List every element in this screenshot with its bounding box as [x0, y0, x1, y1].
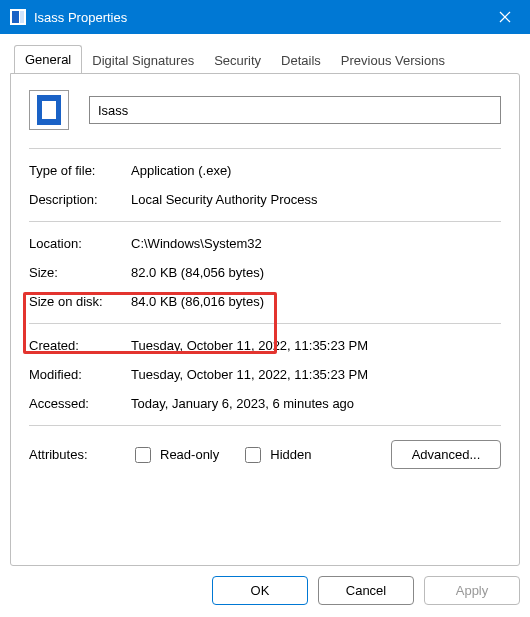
tab-strip: General Digital Signatures Security Deta…: [14, 44, 520, 73]
attributes-label: Attributes:: [29, 447, 131, 462]
modified-label: Modified:: [29, 367, 131, 382]
type-of-file-value: Application (.exe): [131, 163, 501, 178]
ok-button[interactable]: OK: [212, 576, 308, 605]
separator: [29, 148, 501, 149]
dialog-body: General Digital Signatures Security Deta…: [0, 34, 530, 617]
svg-rect-2: [20, 11, 24, 23]
tab-panel-general: Type of file: Application (.exe) Descrip…: [10, 73, 520, 566]
location-value: C:\Windows\System32: [131, 236, 501, 251]
separator: [29, 221, 501, 222]
filename-input[interactable]: [89, 96, 501, 124]
size-value: 82.0 KB (84,056 bytes): [131, 265, 501, 280]
tab-security[interactable]: Security: [204, 47, 271, 74]
tab-digital-signatures[interactable]: Digital Signatures: [82, 47, 204, 74]
modified-value: Tuesday, October 11, 2022, 11:35:23 PM: [131, 367, 501, 382]
apply-button[interactable]: Apply: [424, 576, 520, 605]
file-type-icon: [29, 90, 69, 130]
hidden-checkbox-label: Hidden: [270, 447, 311, 462]
close-button[interactable]: [482, 0, 528, 34]
description-label: Description:: [29, 192, 131, 207]
tab-details[interactable]: Details: [271, 47, 331, 74]
window-title: Isass Properties: [34, 10, 482, 25]
svg-rect-1: [12, 11, 19, 23]
description-value: Local Security Authority Process: [131, 192, 501, 207]
type-of-file-label: Type of file:: [29, 163, 131, 178]
tab-general[interactable]: General: [14, 45, 82, 74]
hidden-checkbox[interactable]: Hidden: [241, 444, 311, 466]
accessed-value: Today, January 6, 2023, 6 minutes ago: [131, 396, 501, 411]
created-value: Tuesday, October 11, 2022, 11:35:23 PM: [131, 338, 501, 353]
titlebar[interactable]: Isass Properties: [0, 0, 530, 34]
location-label: Location:: [29, 236, 131, 251]
readonly-checkbox-input[interactable]: [135, 447, 151, 463]
readonly-checkbox[interactable]: Read-only: [131, 444, 219, 466]
created-label: Created:: [29, 338, 131, 353]
dialog-button-bar: OK Cancel Apply: [10, 576, 520, 605]
separator: [29, 323, 501, 324]
separator: [29, 425, 501, 426]
size-on-disk-label: Size on disk:: [29, 294, 131, 309]
accessed-label: Accessed:: [29, 396, 131, 411]
readonly-checkbox-label: Read-only: [160, 447, 219, 462]
close-icon: [499, 11, 511, 23]
size-on-disk-value: 84.0 KB (86,016 bytes): [131, 294, 501, 309]
hidden-checkbox-input[interactable]: [245, 447, 261, 463]
tab-previous-versions[interactable]: Previous Versions: [331, 47, 455, 74]
cancel-button[interactable]: Cancel: [318, 576, 414, 605]
advanced-button[interactable]: Advanced...: [391, 440, 501, 469]
app-icon: [10, 9, 26, 25]
size-label: Size:: [29, 265, 131, 280]
